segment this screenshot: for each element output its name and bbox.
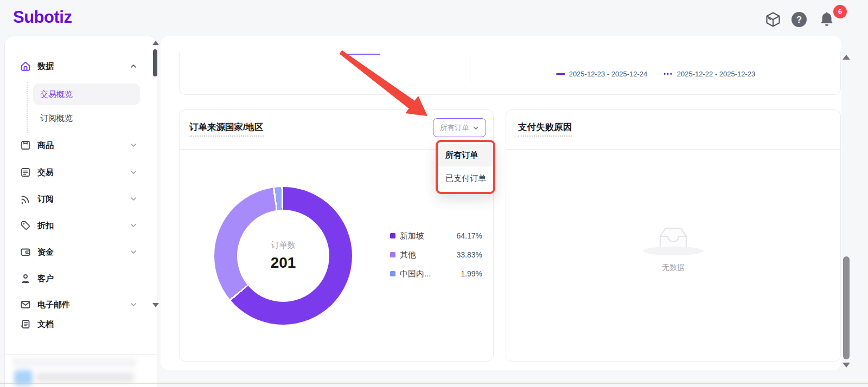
chart-legend: 2025-12-23 - 2025-12-24 ••• 2025-12-22 -… [470,70,841,78]
chevron-down-icon [130,301,137,308]
user-icon [20,273,31,284]
sidebar-item-label: 电子邮件 [37,300,70,310]
legend-value: 64.17% [457,231,482,240]
icon-shadow [643,247,704,255]
legend-label: 2025-12-22 - 2025-12-23 [677,70,756,78]
page-scroll-down-arrow[interactable] [843,363,850,367]
sidebar-item-funds[interactable]: 资金 [5,241,157,263]
tag-icon [20,220,31,231]
legend-swatch [390,233,395,238]
chevron-down-icon [130,195,137,203]
solid-line-marker [556,73,565,75]
sidebar-item-label: 数据 [37,61,54,72]
user-profile-blurred[interactable] [8,357,142,385]
main-content: 00:0002:00 04:0006:00 08:0010:00 12:0014… [161,36,841,370]
dropdown-menu: 所有订单 已支付订单 [438,142,493,192]
legend-value: 33.83% [457,250,482,259]
blurred-row [12,358,136,367]
card-title[interactable]: 支付失败原因 [518,121,572,137]
order-type-dropdown[interactable]: 所有订单 [433,118,486,137]
dropdown-option-all-orders[interactable]: 所有订单 [438,144,493,166]
empty-text: 无数据 [662,263,685,273]
rss-icon [20,194,31,204]
sidebar-item-label: 折扣 [37,221,54,231]
sidebar-item-email[interactable]: 电子邮件 [5,294,157,311]
notification-badge: 6 [833,5,847,18]
sidebar-item-label: 资金 [37,247,54,257]
donut-center: 订单数 201 [237,210,329,302]
sidebar-scroll-up-arrow[interactable] [152,41,159,45]
sidebar-item-products[interactable]: 商品 [5,134,157,156]
chevron-down-icon [130,169,137,176]
box-icon [20,140,31,151]
help-icon[interactable]: ? [791,11,807,28]
bell-icon[interactable] [819,11,835,28]
legend-row[interactable]: 中国内... 1.99% [390,267,482,280]
legend-row[interactable]: 新加坡 64.17% [390,229,482,242]
sidebar-item-subscriptions[interactable]: 订阅 [5,188,157,210]
sidebar-item-subscription-overview[interactable]: 订阅概览 [33,107,140,129]
mail-icon [20,299,31,310]
sidebar-item-discounts[interactable]: 折扣 [5,215,157,236]
sidebar-subitem-label: 交易概览 [40,89,73,100]
wallet-icon [20,247,31,257]
legend-label: 其他 [400,250,457,260]
sidebar-item-label: 商品 [37,140,54,151]
x-axis-ticks: 00:0002:00 04:0006:00 08:0010:00 12:0014… [533,52,822,53]
sidebar-item-transaction-overview[interactable]: 交易概览 [33,83,140,105]
sidebar-divider [5,354,157,355]
sidebar-item-docs[interactable]: 文档 [5,313,158,335]
legend-label: 中国内... [400,269,461,279]
page-scroll-up-arrow[interactable] [843,55,850,60]
sidebar-item-transactions[interactable]: 交易 [5,162,157,183]
sidebar-item-customers[interactable]: 客户 [5,268,157,289]
dotted-line-marker: ••• [663,71,673,77]
legend-label: 2025-12-23 - 2025-12-24 [569,70,648,78]
card-title[interactable]: 订单来源国家/地区 [189,121,264,137]
sidebar-item-label: 订阅 [37,194,54,204]
app-logo[interactable]: Subotiz [13,8,72,27]
sidebar-item-label: 文档 [37,319,54,330]
card-header: 支付失败原因 [506,110,840,150]
legend-item[interactable]: 2025-12-23 - 2025-12-24 [556,70,648,78]
sidebar-scrollbar-thumb[interactable] [153,49,157,76]
legend-label: 新加坡 [400,231,457,241]
sidebar-item-label: 交易 [37,167,54,178]
donut-center-value: 201 [271,254,296,272]
package-icon[interactable] [765,11,781,28]
payment-failures-card: 支付失败原因 无数据 [506,109,841,362]
submenu-connector [27,82,28,133]
blurred-row [36,372,134,382]
chart-line-fragment [346,54,380,55]
donut-legend: 新加坡 64.17% 其他 33.83% 中国内... 1.99% [390,229,482,286]
chevron-down-icon [130,141,137,149]
sidebar-scroll-down-arrow[interactable] [152,303,159,307]
legend-row[interactable]: 其他 33.83% [390,248,482,261]
sidebar-item-label: 客户 [37,274,54,284]
sidebar: 数据 交易概览 订阅概览 商品 交易 [4,36,157,387]
chevron-up-icon [130,62,137,70]
chevron-down-icon [130,248,137,256]
legend-item[interactable]: ••• 2025-12-22 - 2025-12-23 [663,70,755,78]
dropdown-option-paid-orders[interactable]: 已支付订单 [438,166,493,190]
dropdown-value: 所有订单 [440,123,469,133]
chevron-down-icon [130,222,137,229]
empty-state: 无数据 [506,225,840,273]
top-chart-card: 00:0002:00 04:0006:00 08:0010:00 12:0014… [179,52,841,95]
legend-swatch [390,252,395,257]
legend-swatch [390,271,395,276]
list-icon [20,167,31,178]
home-icon [20,61,31,72]
chevron-down-icon [473,125,479,131]
document-icon [20,319,31,330]
sidebar-scroll-area: 数据 交易概览 订阅概览 商品 交易 [5,36,157,311]
page-scrollbar-thumb[interactable] [843,256,850,359]
content-scroll-area: 00:0002:00 04:0006:00 08:0010:00 12:0014… [161,52,841,370]
sidebar-item-data[interactable]: 数据 [5,55,157,77]
donut-chart[interactable]: 订单数 201 [214,187,352,325]
svg-text:?: ? [796,15,802,25]
sidebar-subitem-label: 订阅概览 [40,113,73,124]
donut-center-label: 订单数 [271,240,296,250]
screenshot-bottom-edge [0,383,868,384]
panel-divider [470,54,470,83]
